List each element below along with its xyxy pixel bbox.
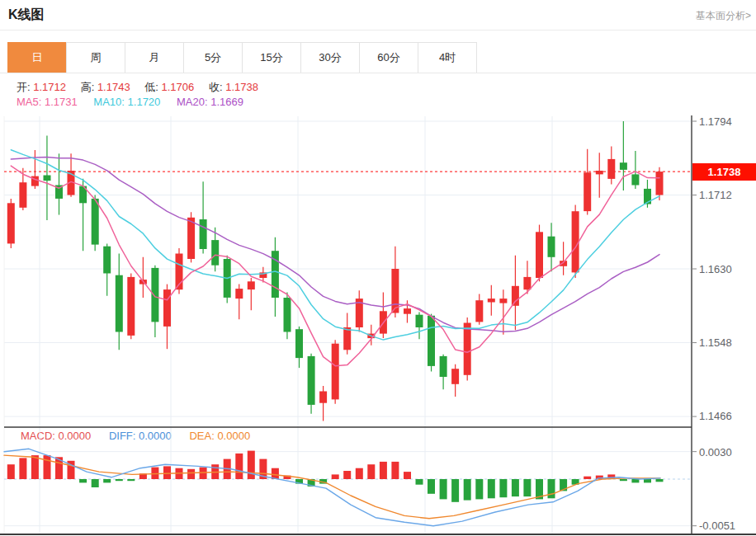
y-axis-tick-1: 1.1794 — [699, 115, 732, 128]
last-price-tag: 1.1738 — [692, 163, 756, 181]
y-axis-tick-2: 1.1712 — [699, 189, 732, 201]
y-axis-tick-4: 1.1548 — [699, 336, 732, 349]
macd-axis-tick-1: 0.0030 — [699, 446, 732, 458]
kline-chart-canvas[interactable] — [0, 0, 756, 536]
y-axis-tick-3: 1.1630 — [699, 263, 732, 275]
macd-axis-tick-2: -0.0051 — [699, 520, 735, 532]
y-axis-tick-5: 1.1466 — [699, 410, 732, 422]
kline-module: K线图 基本面分析> 日 周 月 5分 15分 30分 60分 4时 开: 1.… — [0, 0, 756, 536]
